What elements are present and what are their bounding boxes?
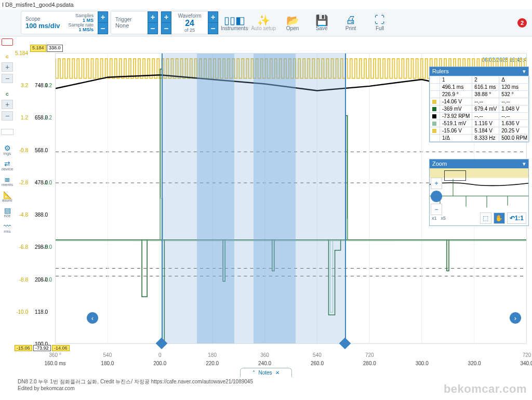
scroll-right-button[interactable]: › xyxy=(510,312,521,324)
xtick-ms: 280.0 xyxy=(363,361,376,366)
zoom-marquee-button[interactable]: ⬚ xyxy=(480,212,491,224)
trigger-stepper[interactable]: +− xyxy=(148,11,158,34)
chB-plus[interactable]: + xyxy=(2,100,13,109)
zoom-undo-button[interactable]: ↶1:1 xyxy=(507,212,526,224)
autosetup-button[interactable]: ✨Auto setup xyxy=(249,9,278,36)
ytick-yellow: -0.8 xyxy=(15,147,28,153)
ytick-black: 118.0 xyxy=(30,309,48,314)
zoom-in-button[interactable]: + xyxy=(431,178,442,189)
device-button[interactable]: ⇄device xyxy=(1,159,14,172)
bottom-flag-y1[interactable]: -15.06 xyxy=(15,345,32,351)
rulers-header[interactable]: Rulers ▾ xyxy=(430,67,528,76)
full-button[interactable]: ⛶Full xyxy=(365,9,394,36)
zoom-handle[interactable] xyxy=(431,191,442,202)
ytick-yellow: -6.8 xyxy=(15,244,28,250)
highlight-band-2 xyxy=(197,54,234,343)
settings-button[interactable]: ⚙ings xyxy=(1,143,14,157)
notifications-badge[interactable]: 2 xyxy=(517,18,527,28)
ytick-yellow: -2.8 xyxy=(15,179,28,185)
top-flag-rpm[interactable]: 338.0 xyxy=(47,45,63,52)
bottom-flag-black[interactable]: -73.92 xyxy=(33,345,51,351)
ytick-yellow: -4.8 xyxy=(15,212,28,218)
zoom-out-button[interactable]: − xyxy=(431,204,442,215)
trigger-value[interactable]: None xyxy=(115,22,143,29)
waveform-prev[interactable]: +− xyxy=(161,11,171,34)
xtick-deg: 180 xyxy=(208,352,217,358)
ytick-yellow: 3.2 xyxy=(15,83,28,88)
open-button[interactable]: 📂Open xyxy=(278,9,307,36)
ytick-green: -1.0 xyxy=(43,179,52,185)
zoom-x5-label: x5 xyxy=(441,216,446,221)
xtick-ms: 300.0 xyxy=(416,361,429,366)
ytick-green: -7.0 xyxy=(43,276,52,282)
notes-tab-label: Notes xyxy=(258,370,272,376)
close-icon[interactable]: ✕ xyxy=(275,370,280,376)
chevron-up-icon: ˄ xyxy=(252,370,255,376)
rulers-panel[interactable]: Rulers ▾ 12Δ 496.1 ms616.1 ms120 ms226.9… xyxy=(429,66,529,142)
rulers-row: -369 mV679.4 mV1.048 V xyxy=(430,105,530,113)
print-button[interactable]: 🖨Print xyxy=(336,9,365,36)
zoom-toolbar: x1 x5 ⬚ ✋ ↶1:1 xyxy=(430,211,528,225)
zoom-selection[interactable] xyxy=(444,170,466,181)
ytick-green: 4.2 xyxy=(45,83,52,88)
xtick-ms: 180.0 xyxy=(101,361,114,366)
xtick-ms: 240.0 xyxy=(258,361,271,366)
bottom-flag-y2[interactable]: -14.06 xyxy=(52,345,70,351)
ytick-yellow: -8.8 xyxy=(15,276,28,282)
top-flag-yellow[interactable]: 5.184 xyxy=(30,45,46,52)
chA-plus[interactable]: + xyxy=(2,62,13,72)
chA-tag[interactable]: C xyxy=(1,54,14,60)
zoom-panel[interactable]: Zoom ▾ + − x1 x5 ⬚ ✋ ↶1:1 xyxy=(429,159,529,226)
zoom-pan-button[interactable]: ✋ xyxy=(494,212,505,224)
xtick-deg: 720 xyxy=(523,352,531,358)
scope-value[interactable]: 100 ms/div xyxy=(25,22,60,30)
instruments-button[interactable]: ▯▯◧Instruments xyxy=(220,9,249,36)
measure-button[interactable]: 📐asure xyxy=(1,190,14,204)
chevron-down-icon[interactable]: ▾ xyxy=(523,68,526,75)
highlight-band-3 xyxy=(254,54,296,343)
waveform-next[interactable]: +− xyxy=(208,11,218,34)
scope-stepper[interactable]: +− xyxy=(98,11,108,34)
ruler-2[interactable] xyxy=(345,54,346,343)
chB-minus[interactable]: − xyxy=(2,111,13,121)
zoom-overview[interactable]: + − xyxy=(430,168,528,211)
ytick-yellow: 5.184 xyxy=(15,50,28,56)
trigger-group: Trigger None +− xyxy=(111,11,158,34)
waveform-group: +− Waveform 24 of 25 +− xyxy=(161,11,219,34)
chA-minus[interactable]: − xyxy=(2,74,13,83)
zoom-header[interactable]: Zoom ▾ xyxy=(430,159,528,168)
ruler-1[interactable] xyxy=(162,54,163,343)
save-button[interactable]: 💾Save xyxy=(307,9,336,36)
xtick-ms: 320.0 xyxy=(468,361,481,366)
rulers-row: -15.06 V5.184 V20.25 V xyxy=(430,127,530,135)
notes-tab[interactable]: ˄ Notes ✕ xyxy=(240,368,292,377)
chB-tag[interactable]: C xyxy=(1,91,14,98)
left-toolstrip: C + − C + − ⚙ings ⇄device ≣ments 📐asure … xyxy=(0,36,15,369)
main-toolbar: Scope 100 ms/div Samples 1 MS Sample rat… xyxy=(0,9,532,36)
watermark: bekomcar.com xyxy=(444,382,527,396)
input-box[interactable] xyxy=(1,129,14,135)
expand-icon: ⛶ xyxy=(375,14,385,25)
xtick-ms: 160.0 ms xyxy=(44,361,65,366)
ytick-yellow: 1.2 xyxy=(15,115,28,121)
y-axis: 5.1843.2748.04.21.2658.02.2-0.8568.0-2.8… xyxy=(15,53,55,344)
folder-open-icon: 📂 xyxy=(286,14,299,25)
rulers-row: 226.9 °38.88 °532 ° xyxy=(430,91,530,98)
bottom-flags-row: -15.06 -73.92 -14.06 xyxy=(15,345,70,353)
ytick-black: 568.0 xyxy=(30,147,48,153)
wand-icon: ✨ xyxy=(257,14,270,25)
measurements-button[interactable]: ≣ments xyxy=(1,175,14,188)
waveform-label: Waveform xyxy=(176,13,204,19)
chevron-down-icon[interactable]: ▾ xyxy=(523,161,526,167)
xtick-deg: 720 xyxy=(365,352,374,358)
filename: I D8_misfire1_good4.psdata xyxy=(2,2,74,8)
rulers-row: -73.92 RPM--.----.-- xyxy=(430,113,530,120)
waveforms-button[interactable]: 〰rms xyxy=(1,221,14,235)
ytick-green: -3.0 xyxy=(43,244,52,250)
reference-button[interactable]: ▤nce xyxy=(1,206,14,219)
zoom-x1-label: x1 xyxy=(432,216,437,221)
record-indicator[interactable] xyxy=(2,38,13,46)
scope-label: Scope xyxy=(25,16,60,22)
scroll-left-button[interactable]: ‹ xyxy=(87,312,98,324)
waveform-value: 24 xyxy=(176,19,204,28)
